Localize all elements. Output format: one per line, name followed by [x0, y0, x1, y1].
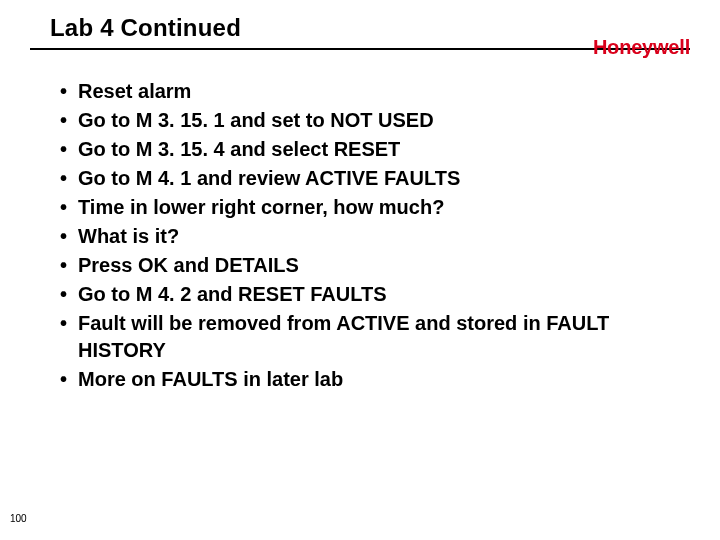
bullet-list: Reset alarm Go to M 3. 15. 1 and set to …	[60, 78, 670, 393]
list-item: Fault will be removed from ACTIVE and st…	[60, 310, 670, 364]
list-item: Go to M 4. 1 and review ACTIVE FAULTS	[60, 165, 670, 192]
list-item: More on FAULTS in later lab	[60, 366, 670, 393]
list-item: Press OK and DETAILS	[60, 252, 670, 279]
slide-body: Reset alarm Go to M 3. 15. 1 and set to …	[0, 50, 720, 393]
list-item: Time in lower right corner, how much?	[60, 194, 670, 221]
list-item: Go to M 3. 15. 1 and set to NOT USED	[60, 107, 670, 134]
list-item: Go to M 4. 2 and RESET FAULTS	[60, 281, 670, 308]
list-item: Go to M 3. 15. 4 and select RESET	[60, 136, 670, 163]
list-item: Reset alarm	[60, 78, 670, 105]
brand-logo: Honeywell	[593, 36, 690, 59]
page-number: 100	[10, 513, 27, 524]
list-item: What is it?	[60, 223, 670, 250]
slide: Lab 4 Continued Honeywell Reset alarm Go…	[0, 0, 720, 540]
